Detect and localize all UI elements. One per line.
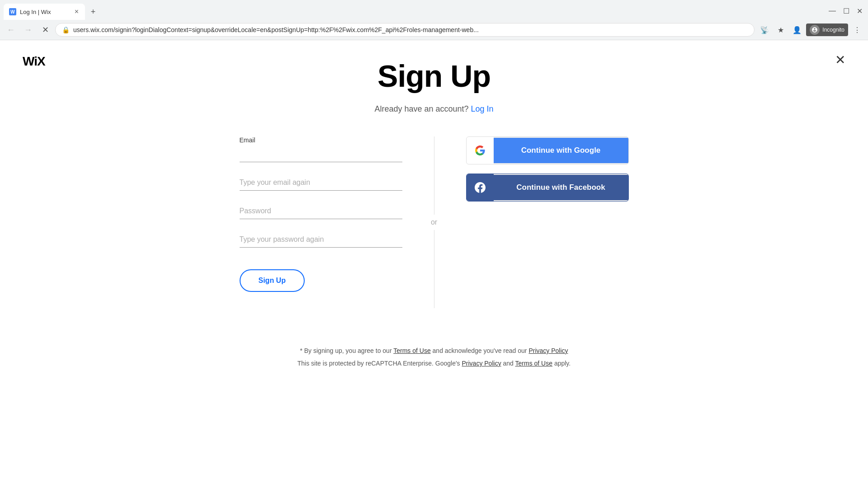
email-label: Email [240, 136, 402, 144]
footer-section: * By signing up, you agree to our Terms … [297, 344, 571, 370]
incognito-label: Incognito [822, 27, 844, 33]
tab-favicon: W [9, 8, 16, 15]
facebook-button-label: Continue with Facebook [494, 175, 628, 200]
tab-controls: — ☐ ✕ [827, 5, 864, 19]
facebook-icon [467, 174, 494, 201]
password-confirm-input[interactable] [240, 232, 402, 248]
tab-title: Log In | Wix [20, 9, 70, 15]
email-field-group: Email [240, 136, 402, 162]
tab-close-btn[interactable]: × [74, 7, 80, 16]
main-form-area: Email Sign Up or [217, 136, 651, 308]
signup-button[interactable]: Sign Up [240, 269, 305, 292]
email-confirm-input[interactable] [240, 175, 402, 191]
email-confirm-field-group [240, 175, 402, 191]
login-link[interactable]: Log In [471, 104, 494, 113]
recaptcha-terms-link[interactable]: Terms of Use [515, 360, 552, 367]
active-tab: W Log In | Wix × [4, 4, 85, 20]
divider-section: or [429, 136, 439, 308]
lock-icon: 🔒 [62, 26, 70, 33]
close-button[interactable]: ✕ [835, 54, 845, 66]
disclaimer-line: * By signing up, you agree to our Terms … [297, 344, 571, 357]
password-input[interactable] [240, 203, 402, 219]
login-prompt-text: Already have an account? [374, 104, 468, 113]
wix-logo: WiX [23, 54, 54, 70]
browser-chrome: W Log In | Wix × + — ☐ ✕ ← → ✕ 🔒 users.w… [0, 0, 868, 40]
tab-bar: W Log In | Wix × + — ☐ ✕ [0, 0, 868, 20]
address-bar[interactable]: 🔒 users.wix.com/signin?loginDialogContex… [55, 23, 755, 37]
form-section: Email Sign Up [240, 136, 429, 292]
disclaimer-text: * By signing up, you agree to our [300, 347, 392, 354]
or-label: or [431, 215, 437, 230]
reload-button[interactable]: ✕ [38, 23, 52, 37]
email-input[interactable] [240, 146, 402, 162]
minimize-button[interactable]: — [827, 5, 838, 17]
incognito-avatar [810, 25, 820, 35]
password-confirm-field-group [240, 232, 402, 248]
cast-button[interactable]: 📡 [757, 23, 772, 37]
terms-of-use-link[interactable]: Terms of Use [393, 347, 430, 354]
privacy-policy-link[interactable]: Privacy Policy [528, 347, 568, 354]
menu-button[interactable]: ⋮ [850, 23, 864, 37]
page-content: WiX ✕ Sign Up Already have an account? L… [0, 40, 868, 488]
recaptcha-line: This site is protected by reCAPTCHA Ente… [297, 357, 571, 370]
browser-toolbar: ← → ✕ 🔒 users.wix.com/signin?loginDialog… [0, 20, 868, 40]
middle-text: and acknowledge you've read our [433, 347, 527, 354]
bookmark-button[interactable]: ★ [774, 23, 788, 37]
recaptcha-privacy-link[interactable]: Privacy Policy [462, 360, 501, 367]
recaptcha-apply: apply. [554, 360, 571, 367]
profile-button[interactable]: 👤 [790, 23, 804, 37]
forward-button[interactable]: → [21, 23, 35, 37]
google-signup-button[interactable]: Continue with Google [466, 136, 629, 164]
back-button[interactable]: ← [4, 23, 18, 37]
close-window-button[interactable]: ✕ [855, 5, 864, 17]
social-section: Continue with Google Continue with Faceb… [439, 136, 629, 202]
google-icon [467, 137, 494, 164]
incognito-badge: Incognito [806, 23, 848, 36]
svg-text:WiX: WiX [23, 54, 46, 67]
toolbar-right: 📡 ★ 👤 Incognito ⋮ [757, 23, 864, 37]
facebook-signup-button[interactable]: Continue with Facebook [466, 174, 629, 202]
page-title: Sign Up [377, 58, 491, 94]
password-field-group [240, 203, 402, 219]
new-tab-button[interactable]: + [87, 5, 99, 18]
recaptcha-and: and [503, 360, 514, 367]
google-button-label: Continue with Google [494, 138, 628, 163]
recaptcha-text: This site is protected by reCAPTCHA Ente… [297, 360, 460, 367]
login-prompt: Already have an account? Log In [374, 104, 493, 114]
restore-button[interactable]: ☐ [841, 5, 851, 17]
url-text: users.wix.com/signin?loginDialogContext=… [73, 26, 748, 33]
